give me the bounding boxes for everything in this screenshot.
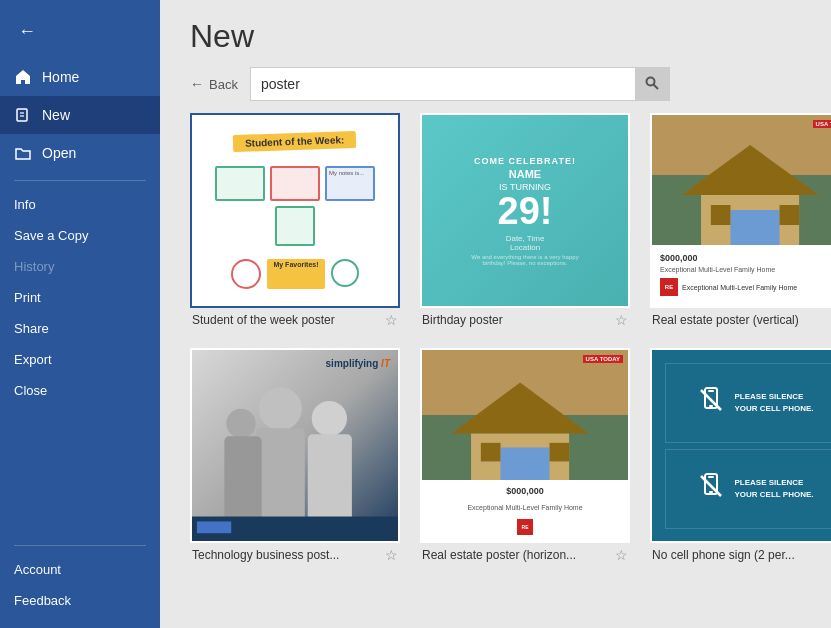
realestate-v-logo-icon: RE [660,278,678,296]
template-thumb-tech[interactable]: simplifying IT [190,348,400,543]
template-thumb-cellphone[interactable]: please silenceyour cell phone. [650,348,831,543]
student-banner: Student of the Week: [233,130,357,151]
realestate-v-price: $000,000 [660,253,831,263]
favorite-star-student[interactable]: ☆ [385,312,398,328]
realestate-v-logo-text: RE [665,284,673,290]
birthday-small-text: We and everything there is a very happy … [465,254,585,266]
sidebar-home-label: Home [42,69,79,85]
svg-rect-0 [17,109,27,121]
realestate-h-logo-row: RE [517,519,533,535]
search-input[interactable] [251,76,635,92]
template-card-realestate-v[interactable]: USA TODAY $000,000 [650,113,831,328]
template-label-row-cellphone: No cell phone sign (2 per... ☆ [650,543,831,563]
student-card-4 [275,206,315,246]
sidebar-item-feedback[interactable]: Feedback [0,585,160,616]
sidebar-item-save-copy[interactable]: Save a Copy [0,220,160,251]
print-label: Print [14,290,41,305]
svg-point-13 [259,387,302,430]
cellphone-text-line2: please silenceyour cell phone. [735,477,814,499]
cellphone-icon-1 [697,386,725,420]
template-card-realestate-h[interactable]: USA TODAY $000,000 Exce [420,348,630,563]
svg-rect-29 [708,390,714,392]
search-container [250,67,670,101]
template-label-birthday: Birthday poster [422,313,503,327]
sidebar-item-export[interactable]: Export [0,344,160,375]
svg-line-4 [653,84,658,89]
my-favorites-badge: My Favorites! [267,259,324,289]
svg-rect-33 [708,476,714,478]
template-card-birthday[interactable]: COME CELEBRATE! NAME IS TURNING 29! Date… [420,113,630,328]
sidebar-item-info[interactable]: Info [0,189,160,220]
back-icon: ← [18,21,36,42]
sidebar-open-label: Open [42,145,76,161]
realestate-v-image: USA TODAY [652,115,831,245]
back-link-label: Back [209,77,238,92]
back-link[interactable]: ← Back [190,76,238,92]
cellphone-svg-2 [697,472,725,500]
sidebar-item-account[interactable]: Account [0,554,160,585]
realestate-v-bottom: $000,000 Exceptional Multi-Level Family … [652,245,831,306]
template-label-row-student: Student of the week poster ☆ [190,308,400,328]
back-button[interactable]: ← [4,8,50,54]
sidebar-item-print[interactable]: Print [0,282,160,313]
home-icon [14,68,32,86]
share-label: Share [14,321,49,336]
favorite-star-birthday[interactable]: ☆ [615,312,628,328]
template-thumb-student-week[interactable]: Student of the Week: My notes is... My F… [190,113,400,308]
template-card-student-week[interactable]: Student of the Week: My notes is... My F… [190,113,400,328]
svg-rect-9 [730,210,779,245]
cellphone-panel-1: please silenceyour cell phone. [665,363,831,443]
realestate-h-tagline: Exceptional Multi-Level Family Home [467,504,582,511]
template-label-student: Student of the week poster [192,313,335,327]
svg-point-17 [226,409,255,438]
sidebar-item-close[interactable]: Close [0,375,160,406]
main-header: New [160,0,831,63]
realestate-v-logo-row: RE Exceptional Multi-Level Family Home [660,278,831,296]
sidebar-item-home[interactable]: Home [0,58,160,96]
svg-rect-30 [709,405,713,407]
cellphone-text-line1: please silenceyour cell phone. [735,391,814,413]
template-thumb-birthday[interactable]: COME CELEBRATE! NAME IS TURNING 29! Date… [420,113,630,308]
page-title: New [190,18,801,55]
sidebar-item-new[interactable]: New [0,96,160,134]
template-thumb-realestate-v[interactable]: USA TODAY $000,000 [650,113,831,308]
tech-text-overlay: simplifying IT [326,358,390,369]
cellphone-text-1: please silenceyour cell phone. [735,391,814,413]
cellphone-visual: please silenceyour cell phone. [652,350,831,541]
favorite-star-realestate-h[interactable]: ☆ [615,547,628,563]
template-card-tech[interactable]: simplifying IT Technology business post.… [190,348,400,563]
realestate-v-badge: USA TODAY [813,120,831,128]
template-thumb-realestate-h[interactable]: USA TODAY $000,000 Exce [420,348,630,543]
history-label: History [14,259,54,274]
student-poster-visual: Student of the Week: My notes is... My F… [192,115,398,306]
realestate-h-visual: USA TODAY $000,000 Exce [422,350,628,541]
search-icon [645,76,659,93]
close-label: Close [14,383,47,398]
templates-grid: Student of the Week: My notes is... My F… [160,113,831,628]
svg-rect-20 [197,521,231,533]
svg-point-15 [312,401,347,436]
template-label-realestate-h: Real estate poster (horizon... [422,548,576,562]
template-label-row-tech: Technology business post... ☆ [190,543,400,563]
birthday-number: 29! [498,192,553,230]
birthday-visual: COME CELEBRATE! NAME IS TURNING 29! Date… [422,115,628,306]
sidebar-item-open[interactable]: Open [0,134,160,172]
template-label-tech: Technology business post... [192,548,339,562]
birthday-name: NAME [509,168,541,180]
back-arrow-icon: ← [190,76,204,92]
save-copy-label: Save a Copy [14,228,88,243]
sidebar-divider-1 [14,180,146,181]
tech-it-label: IT [381,358,390,369]
sidebar-bottom: Account Feedback [0,537,160,616]
tech-simplifying-label: simplifying IT [326,358,390,369]
student-circle-2 [331,259,359,287]
sidebar-nav: Home New Open Info S [0,58,160,406]
student-card-text: My notes is... [327,168,373,178]
favorite-star-tech[interactable]: ☆ [385,547,398,563]
sidebar-item-share[interactable]: Share [0,313,160,344]
tech-visual: simplifying IT [192,350,398,541]
template-card-cellphone[interactable]: please silenceyour cell phone. [650,348,831,563]
template-label-row-realestate-h: Real estate poster (horizon... ☆ [420,543,630,563]
template-label-row-realestate-v: Real estate poster (vertical) ☆ [650,308,831,328]
search-button[interactable] [635,67,669,101]
